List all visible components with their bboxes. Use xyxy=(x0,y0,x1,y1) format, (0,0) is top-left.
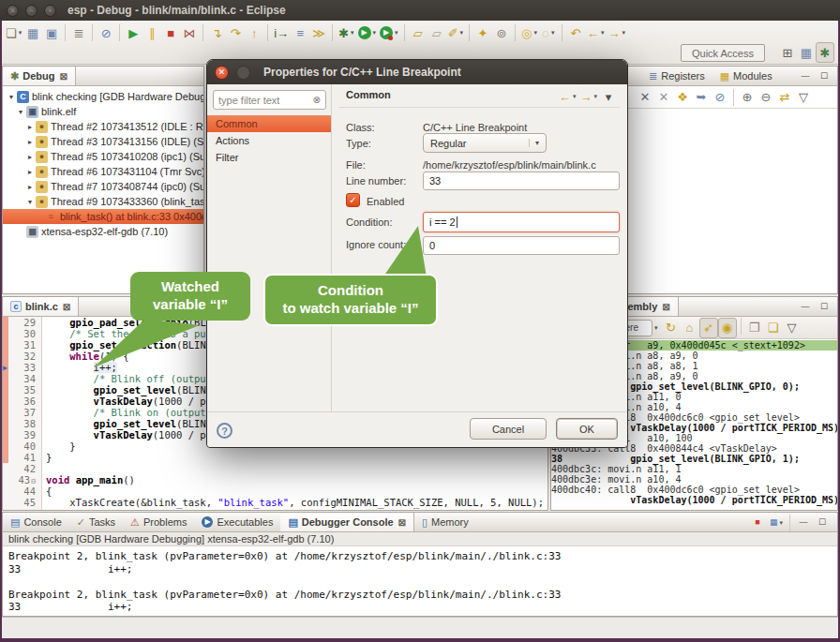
tab-console[interactable]: ▤Console xyxy=(3,513,69,531)
close-icon[interactable]: ⊠ xyxy=(662,302,669,312)
pin-view-button[interactable]: ❏ xyxy=(764,318,783,338)
debug-tree-item[interactable]: ▾●Thread #9 1073433360 (blink_task : Sus… xyxy=(3,194,203,209)
instruction-stepping-button[interactable]: i→ xyxy=(272,22,291,43)
tab-registers[interactable]: ≣ Registers xyxy=(641,67,712,85)
forward-button[interactable]: →▾ xyxy=(578,86,599,107)
open-new-view-button[interactable]: ❐ xyxy=(745,318,764,338)
dialog-nav-common[interactable]: Common xyxy=(207,115,331,132)
line-number-field[interactable]: 33 xyxy=(423,172,620,190)
code-line-42[interactable]: 42 xyxy=(3,463,548,474)
window-maximize-button[interactable]: + xyxy=(44,5,56,17)
tab-debugger-console[interactable]: ▤Debugger Console⊠ xyxy=(280,513,414,531)
debug-tree-item[interactable]: ▦xtensa-esp32-elf-gdb (7.10) xyxy=(3,224,203,239)
skip-all-breakpoints-button[interactable]: ⊘ xyxy=(97,22,115,43)
open-resource-button[interactable]: ▱ xyxy=(428,22,446,43)
cpp-perspective-button[interactable]: ▦ xyxy=(797,42,816,63)
new-wizard-button[interactable]: ❏▾ xyxy=(4,22,23,43)
binary-file-button[interactable]: ≣ xyxy=(69,22,88,43)
wand-button[interactable]: ✐▾ xyxy=(446,22,465,43)
view-menu-button[interactable]: ▾ xyxy=(599,86,618,107)
collapse-all-button[interactable]: ⊖ xyxy=(757,87,775,108)
open-perspective-button[interactable]: ⊞ xyxy=(778,42,797,63)
link-occurrences-button[interactable]: ⊚ xyxy=(492,22,511,43)
close-icon[interactable]: ⊠ xyxy=(59,71,67,82)
debug-tree-item[interactable]: ≡blink_task() at blink.c:33 0x400dbc20 xyxy=(3,209,203,224)
tab-debug[interactable]: ✱ Debug ⊠ xyxy=(3,67,76,85)
home-button[interactable]: ⌂ xyxy=(681,318,699,338)
show-breakpoints-for-selection-button[interactable]: ❖ xyxy=(673,87,692,108)
code-line-41[interactable]: 41} xyxy=(3,452,548,463)
expand-all-button[interactable]: ⊕ xyxy=(738,87,757,108)
step-over-button[interactable]: ↷ xyxy=(226,22,245,43)
back-button[interactable]: ←▾ xyxy=(557,86,578,107)
tab-blink-c[interactable]: c blink.c ⊠ xyxy=(3,297,79,316)
code-line-43[interactable]: 43⊟void app_main() xyxy=(3,474,548,485)
tab-memory[interactable]: ▯Memory xyxy=(414,513,476,531)
ignore-count-field[interactable]: 0 xyxy=(423,236,620,255)
external-tools-button[interactable]: ▶▾ xyxy=(378,22,400,43)
window-minimize-button[interactable]: − xyxy=(25,5,38,17)
maximize-button[interactable]: ☐ xyxy=(813,515,832,530)
window-close-button[interactable]: ✕ xyxy=(7,5,19,17)
chevron-down-icon[interactable]: ▾ xyxy=(654,324,658,332)
remove-all-breakpoints-button[interactable]: ✕ xyxy=(654,87,673,108)
suspend-button[interactable]: ∥ xyxy=(142,22,161,43)
minimize-button[interactable]: — xyxy=(796,300,815,315)
debug-tree-item[interactable]: ▸●Thread #6 1073431104 (Tmr Svc) (Suspen… xyxy=(3,164,203,179)
sync-pc-button[interactable]: ➶ xyxy=(699,318,718,338)
back-button[interactable]: ←▾ xyxy=(585,22,607,43)
debug-tree-item[interactable]: ▸●Thread #2 1073413512 (IDLE : Running :… xyxy=(3,119,203,134)
debug-tree-item[interactable]: ▾▣blink.elf xyxy=(3,104,203,119)
cancel-button[interactable]: Cancel xyxy=(470,418,547,440)
forward-button[interactable]: →▾ xyxy=(606,22,627,43)
minimize-button[interactable]: — xyxy=(794,515,813,530)
link-with-debug-button[interactable]: ⇄ xyxy=(775,87,794,108)
debug-tree-item[interactable]: ▸●Thread #3 1073413156 (IDLE) (Suspended… xyxy=(3,134,203,149)
code-line-45[interactable]: 45 xTaskCreate(&blink_task, "blink_task"… xyxy=(3,497,548,508)
help-button[interactable]: ? xyxy=(217,423,232,439)
debug-perspective-button[interactable]: ✱ xyxy=(816,42,834,63)
debug-tree-item[interactable]: ▸●Thread #7 1073408744 (ipc0) (Suspended… xyxy=(3,179,203,194)
tab-modules[interactable]: ▦ Modules xyxy=(712,67,780,85)
show-source-lookup-button[interactable]: ≡ xyxy=(291,22,309,43)
remove-breakpoint-button[interactable]: ✕ xyxy=(636,87,654,108)
lightbulb-button[interactable]: ◎▾ xyxy=(519,22,539,43)
view-menu-button[interactable]: ▽ xyxy=(794,87,813,108)
last-edit-location-button[interactable]: ↶ xyxy=(566,22,585,43)
disconnect-button[interactable]: ⋈ xyxy=(180,22,199,43)
minimize-button[interactable]: — xyxy=(796,69,815,84)
ok-button[interactable]: OK xyxy=(556,418,618,440)
maximize-button[interactable]: ☐ xyxy=(815,69,833,84)
tab-tasks[interactable]: ✓Tasks xyxy=(69,513,123,531)
maximize-button[interactable]: ☐ xyxy=(815,300,833,315)
terminate-console-button[interactable]: ■ xyxy=(748,515,767,530)
tab-problems[interactable]: ⚠Problems xyxy=(123,513,194,531)
search-button[interactable]: ✦ xyxy=(473,22,492,43)
tab-executables[interactable]: ▶Executables xyxy=(194,513,280,531)
code-line-46[interactable]: 46} xyxy=(3,508,548,510)
code-line-44[interactable]: 44{ xyxy=(3,485,548,497)
dialog-close-button[interactable]: ✕ xyxy=(215,66,229,80)
debug-tree-item[interactable]: ▸●Thread #5 1073410208 (ipc1) (Suspended… xyxy=(3,149,203,164)
run-history-button[interactable]: ▶▾ xyxy=(356,22,379,43)
open-folder-button[interactable]: ▱ xyxy=(409,22,428,43)
debug-tree-item[interactable]: ▾Cblink checking [GDB Hardware Debugging… xyxy=(3,89,203,104)
show-source-button[interactable]: ◉ xyxy=(718,318,737,338)
condition-field[interactable]: i == 2 xyxy=(423,212,620,232)
resume-button[interactable]: ▶ xyxy=(124,22,142,43)
clear-filter-icon[interactable]: ⊗ xyxy=(313,95,321,105)
save-button[interactable]: ▦ xyxy=(23,22,42,43)
close-icon[interactable]: ⊠ xyxy=(63,302,70,312)
terminate-button[interactable]: ■ xyxy=(161,22,180,43)
enabled-checkbox[interactable]: ✓ xyxy=(346,193,360,207)
dialog-nav-filter[interactable]: Filter xyxy=(207,149,331,166)
filter-input[interactable]: type filter text ⊗ xyxy=(213,90,326,110)
debug-history-button[interactable]: ✱▾ xyxy=(337,22,355,43)
refresh-button[interactable]: ↻ xyxy=(662,318,681,338)
display-console-button[interactable]: ▦▾ xyxy=(767,515,786,530)
view-menu-button[interactable]: ▽ xyxy=(783,318,802,338)
save-all-button[interactable]: ▣ xyxy=(42,22,61,43)
go-to-file-button[interactable]: ➥ xyxy=(692,87,711,108)
lightbulb-off-button[interactable]: ◌▾ xyxy=(539,22,558,43)
step-into-button[interactable]: ↴ xyxy=(207,22,226,43)
